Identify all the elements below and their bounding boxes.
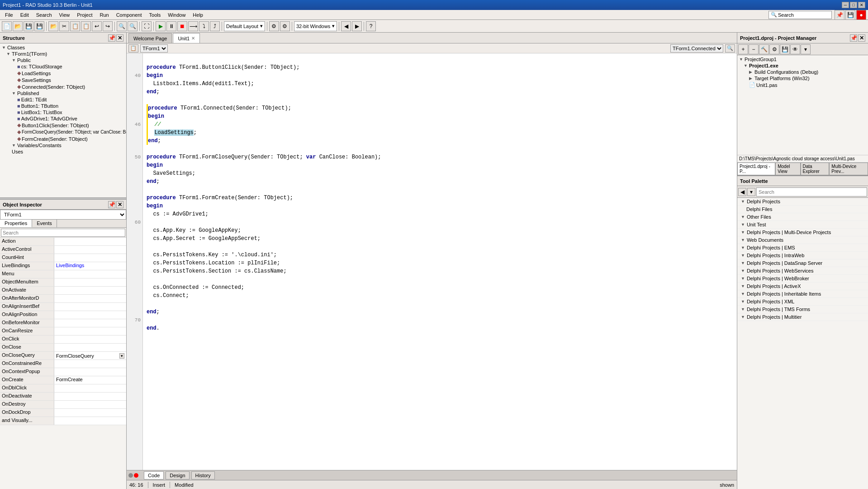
tree-item-listbox1[interactable]: ■ ListBox1: TListBox	[1, 109, 125, 115]
prop-value[interactable]	[54, 278, 126, 286]
prop-value[interactable]	[54, 417, 126, 425]
layout-dropdown[interactable]: Default Layout ▾	[224, 21, 265, 31]
pm-dropdown[interactable]: ▾	[801, 44, 811, 54]
tb-open[interactable]: 📂	[13, 21, 23, 31]
tb-new[interactable]: 📄	[2, 21, 12, 31]
tp-item-webbroker[interactable]: ▼ Delphi Projects | WebBroker	[737, 275, 868, 283]
prop-value[interactable]	[54, 287, 126, 294]
prop-value[interactable]	[54, 254, 126, 262]
oi-pin[interactable]: 📌	[108, 201, 115, 208]
tree-item-advgdrive1[interactable]: ■ AdvGDrive1: TAdvGDrive	[1, 115, 125, 122]
menu-file[interactable]: File	[2, 11, 16, 19]
structure-close[interactable]: ✕	[116, 34, 123, 42]
prop-value[interactable]	[54, 238, 126, 245]
tb-open2[interactable]: 📂	[48, 21, 58, 31]
tab-unit1[interactable]: Unit1 ✕	[173, 33, 200, 43]
tree-item-button1click[interactable]: ◆ Button1Click(Sender: TObject)	[1, 122, 125, 129]
tree-item-cs[interactable]: ■ cs: TCloudStorage	[1, 63, 125, 70]
tree-item-edit1[interactable]: ■ Edit1: TEdit	[1, 96, 125, 103]
tp-item-webdoc[interactable]: ▼ Web Documents	[737, 236, 868, 244]
tab-close-icon[interactable]: ✕	[191, 36, 195, 41]
prop-value[interactable]	[54, 270, 126, 278]
tb-save-file[interactable]: 💾	[24, 21, 33, 31]
prop-value[interactable]	[54, 360, 126, 368]
prop-value[interactable]	[54, 401, 126, 408]
object-selector[interactable]: TForm1	[0, 210, 126, 220]
tb-config2[interactable]: ⚙	[280, 21, 290, 31]
menu-tools[interactable]: Tools	[146, 11, 164, 19]
pm-item-buildconfig[interactable]: ▶ Build Configurations (Debug)	[738, 69, 867, 75]
maximize-button[interactable]: □	[850, 2, 857, 8]
tree-item-uses[interactable]: Uses	[1, 149, 125, 155]
pm-item-projectgroup[interactable]: ▼ ProjectGroup1	[738, 56, 867, 62]
pm-btab-model[interactable]: Model View	[775, 163, 800, 175]
tp-search-input[interactable]	[756, 187, 867, 197]
btab-design[interactable]: Design	[166, 471, 189, 479]
tab-welcome[interactable]: Welcome Page	[128, 33, 172, 43]
structure-pin[interactable]: 📌	[108, 34, 115, 42]
tb-run-btn[interactable]: ▶	[156, 21, 166, 31]
tb-forward[interactable]: ▶	[352, 21, 362, 31]
tb-save-all[interactable]: 💾	[34, 21, 44, 31]
top-search-box[interactable]: 🔍 Search	[768, 11, 832, 19]
pm-btab-data[interactable]: Data Explorer	[801, 163, 830, 175]
editor-nav-btn[interactable]: 📋	[128, 44, 138, 53]
debug-dot-red[interactable]	[134, 473, 138, 478]
pm-remove[interactable]: −	[749, 44, 759, 54]
method-selector[interactable]: TForm1.Connected	[670, 44, 723, 53]
prop-value[interactable]	[54, 409, 126, 417]
tp-item-datasnap[interactable]: ▼ Delphi Projects | DataSnap Server	[737, 259, 868, 267]
tree-item-formclosequery[interactable]: ◆ FormCloseQuery(Sender: TObject; var Ca…	[1, 129, 125, 135]
tp-item-delphifiles[interactable]: Delphi Files	[737, 206, 868, 213]
tb-step2[interactable]: ⤵	[199, 21, 209, 31]
tp-item-multidevice[interactable]: ▼ Delphi Projects | Multi-Device Project…	[737, 229, 868, 236]
menu-window[interactable]: Window	[165, 11, 189, 19]
tp-item-xml[interactable]: ▼ Delphi Projects | XML	[737, 298, 868, 306]
pm-add[interactable]: +	[738, 44, 748, 54]
tree-item-public[interactable]: ▼ Public	[1, 57, 125, 63]
tp-item-webservices[interactable]: ▼ Delphi Projects | WebServices	[737, 267, 868, 275]
pm-view[interactable]: 👁	[790, 44, 800, 54]
pm-options[interactable]: ⚙	[769, 44, 779, 54]
tab-properties[interactable]: Properties	[0, 220, 32, 227]
tp-item-ems[interactable]: ▼ Delphi Projects | EMS	[737, 244, 868, 252]
code-content[interactable]: procedure TForm1.Button1Click(Sender: TO…	[143, 53, 737, 470]
prop-value[interactable]	[54, 393, 126, 400]
prop-value[interactable]	[54, 295, 126, 302]
tree-item-published[interactable]: ▼ Published	[1, 90, 125, 96]
tb-step3[interactable]: ⤴	[210, 21, 220, 31]
property-search-input[interactable]	[1, 229, 125, 237]
tree-item-formcreate[interactable]: ◆ FormCreate(Sender: TObject)	[1, 135, 125, 142]
tp-item-activex[interactable]: ▼ Delphi Projects | ActiveX	[737, 283, 868, 290]
tp-item-intraweb[interactable]: ▼ Delphi Projects | IntraWeb	[737, 252, 868, 259]
prop-value[interactable]	[54, 384, 126, 392]
tb-search[interactable]: 🔍	[117, 21, 127, 31]
pm-pin[interactable]: 📌	[850, 34, 857, 42]
pm-item-targetplatform[interactable]: ▶ Target Platforms (Win32)	[738, 75, 867, 82]
tree-item-loadsettings[interactable]: ◆ LoadSettings	[1, 70, 125, 77]
tb-help[interactable]: ?	[366, 21, 376, 31]
close-button[interactable]: ✕	[858, 2, 865, 8]
prop-value[interactable]: LiveBindings	[54, 262, 126, 270]
pm-item-project1[interactable]: ▼ Project1.exe	[738, 62, 867, 69]
tp-item-tmsforms[interactable]: ▼ Delphi Projects | TMS Forms	[737, 306, 868, 313]
tb-run[interactable]: ●	[856, 10, 866, 20]
tp-btn2[interactable]: ▾	[747, 188, 755, 196]
menu-edit[interactable]: Edit	[17, 11, 32, 19]
prop-value[interactable]	[54, 327, 126, 335]
menu-help[interactable]: Help	[190, 11, 206, 19]
platform-dropdown[interactable]: 32-bit Windows ▾	[294, 21, 337, 31]
tb-redo[interactable]: ↪	[103, 21, 113, 31]
prop-value[interactable]: FormCreate	[54, 376, 126, 384]
tb-back[interactable]: ◀	[341, 21, 351, 31]
prop-value[interactable]	[54, 311, 126, 319]
menu-view[interactable]: View	[56, 11, 73, 19]
tp-btn1[interactable]: ◀	[738, 188, 746, 196]
menu-component[interactable]: Component	[113, 11, 145, 19]
unit-selector[interactable]: TForm1	[140, 44, 168, 53]
tree-item-classes[interactable]: ▼ Classes	[1, 44, 125, 51]
pm-item-unit1[interactable]: 📄 Unit1.pas	[738, 82, 867, 88]
tp-item-delphiprojects[interactable]: ▼ Delphi Projects	[737, 198, 868, 206]
tb-cut[interactable]: ✂	[59, 21, 69, 31]
menu-run[interactable]: Run	[96, 11, 112, 19]
